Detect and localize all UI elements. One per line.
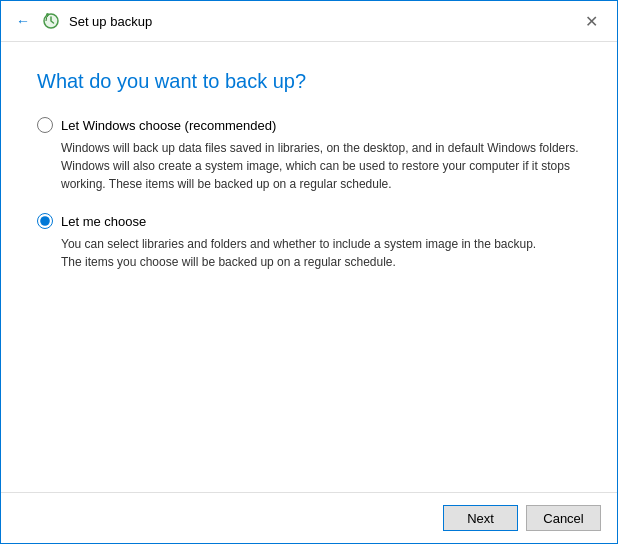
option-windows-choose: Let Windows choose (recommended) Windows… [37, 117, 581, 193]
title-bar: ← Set up backup ✕ [1, 1, 617, 42]
footer: Next Cancel [1, 492, 617, 543]
cancel-button[interactable]: Cancel [526, 505, 601, 531]
window-title: Set up backup [69, 14, 152, 29]
main-content: What do you want to back up? Let Windows… [1, 42, 617, 492]
option-windows-choose-description: Windows will back up data files saved in… [61, 139, 581, 193]
option-windows-choose-text: Let Windows choose (recommended) [61, 118, 276, 133]
option-let-me-choose-text: Let me choose [61, 214, 146, 229]
next-button[interactable]: Next [443, 505, 518, 531]
option-group: Let Windows choose (recommended) Windows… [37, 117, 581, 271]
option-windows-choose-label[interactable]: Let Windows choose (recommended) [37, 117, 581, 133]
page-title: What do you want to back up? [37, 70, 581, 93]
title-bar-left: ← Set up backup [13, 11, 152, 31]
option-let-me-choose-radio[interactable] [37, 213, 53, 229]
option-windows-choose-radio[interactable] [37, 117, 53, 133]
backup-icon [41, 11, 61, 31]
setup-backup-window: ← Set up backup ✕ What do you want to ba… [0, 0, 618, 544]
back-button[interactable]: ← [13, 11, 33, 31]
close-button[interactable]: ✕ [577, 9, 605, 33]
option-let-me-choose-label[interactable]: Let me choose [37, 213, 581, 229]
option-let-me-choose-description: You can select libraries and folders and… [61, 235, 581, 271]
option-let-me-choose: Let me choose You can select libraries a… [37, 213, 581, 271]
svg-point-1 [46, 13, 49, 16]
